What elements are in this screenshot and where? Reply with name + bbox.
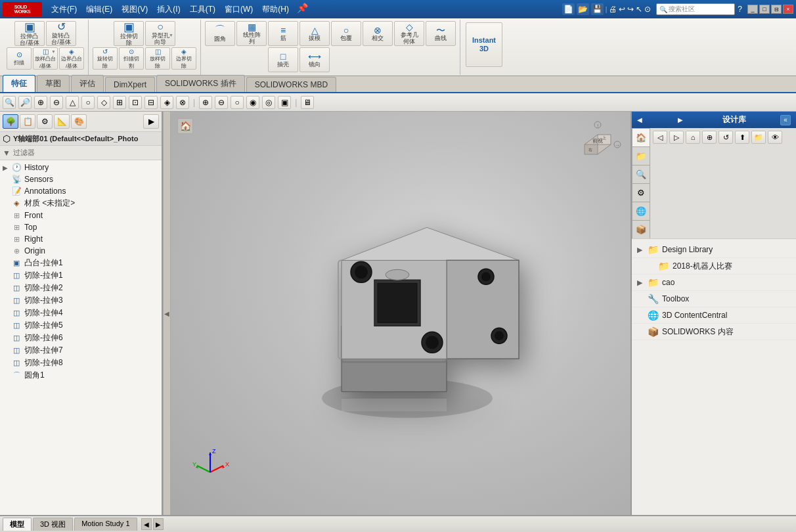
tree-item-top[interactable]: ⊞ Top	[0, 221, 162, 233]
view-icon-19[interactable]: 🖥	[301, 96, 314, 109]
pin-icon[interactable]: 📌	[297, 3, 308, 16]
menu-view[interactable]: 视图(V)	[118, 3, 152, 16]
fillet-button[interactable]: ⌒ 圆角	[205, 21, 235, 46]
rt-btn-folder[interactable]: 📁	[751, 131, 766, 144]
tree-item-cut6[interactable]: ◫ 切除-拉伸6	[0, 332, 162, 344]
view-home-button[interactable]: 🏠	[177, 118, 193, 134]
config-manager-btn[interactable]: ⚙	[37, 114, 53, 129]
tree-item-sensors[interactable]: 📡 Sensors	[0, 173, 162, 185]
tab-scroll-right[interactable]: ▶	[153, 518, 164, 530]
tree-item-fillet1[interactable]: ⌒ 圆角1	[0, 369, 162, 382]
library-tab-main[interactable]: 🏠	[632, 128, 650, 146]
search-input-label[interactable]: 搜索社区	[669, 5, 695, 14]
view-icon-9[interactable]: ⊡	[129, 96, 142, 109]
view-icon-13[interactable]: ⊕	[199, 96, 212, 109]
open-file-icon[interactable]: 📂	[577, 3, 589, 15]
save-file-icon[interactable]: 💾	[591, 3, 604, 15]
boundary-boss-button[interactable]: ◈ 边界凸台/基体	[59, 47, 84, 70]
tab-sw-addins[interactable]: SOLIDWORKS 插件	[156, 75, 245, 92]
expand-cao-btn[interactable]: ▶	[637, 278, 646, 287]
tree-item-front[interactable]: ⊞ Front	[0, 210, 162, 221]
view-icon-17[interactable]: ◎	[262, 96, 275, 109]
curves-button[interactable]: 〜 曲线	[426, 21, 456, 46]
tree-item-annotations[interactable]: 📝 Annotations	[0, 185, 162, 197]
loft-cut-button[interactable]: ◫ 放样切除	[145, 47, 170, 70]
panel-collapse-handle[interactable]: ◀	[163, 112, 171, 515]
view-icon-5[interactable]: △	[66, 96, 79, 109]
view-icon-8[interactable]: ⊞	[113, 96, 126, 109]
lib-item-sw-content[interactable]: 📦 SOLIDWORKS 内容	[632, 324, 796, 340]
lib-item-design-library[interactable]: ▶ 📁 Design Library	[632, 242, 796, 258]
view-icon-11[interactable]: ◈	[160, 96, 173, 109]
view-icon-15[interactable]: ○	[231, 96, 244, 109]
tree-item-history[interactable]: ▶ 🕐 History	[0, 162, 162, 173]
display-manager-btn[interactable]: 🎨	[71, 114, 87, 129]
lib-item-3d-central[interactable]: 🌐 3D ContentCentral	[632, 307, 796, 324]
nav-back-btn[interactable]: ◀	[637, 116, 642, 123]
new-file-icon[interactable]: 📄	[562, 3, 575, 15]
view-icon-12[interactable]: ⊗	[176, 96, 189, 109]
hole-wizard-button[interactable]: ○ 异型孔向导 ▼	[145, 21, 175, 46]
library-tab-search[interactable]: 🔍	[632, 165, 650, 183]
tree-item-right[interactable]: ⊞ Right	[0, 233, 162, 245]
tab-3d-view[interactable]: 3D 视图	[33, 518, 73, 531]
close-button[interactable]: ×	[783, 5, 793, 14]
view-icon-2[interactable]: 🔎	[18, 96, 32, 109]
linear-pattern-button[interactable]: ▦ 线性阵列	[236, 21, 267, 46]
tree-item-cut7[interactable]: ◫ 切除-拉伸7	[0, 344, 162, 357]
dim-xpert-btn[interactable]: 📐	[54, 114, 70, 129]
expand-history-arrow[interactable]: ▶	[3, 164, 11, 171]
tree-item-cut8[interactable]: ◫ 切除-拉伸8	[0, 357, 162, 369]
tab-dimxpert[interactable]: DimXpert	[105, 77, 155, 92]
tree-item-cut5[interactable]: ◫ 切除-拉伸5	[0, 319, 162, 332]
circle-icon[interactable]: ⊙	[644, 5, 651, 14]
menu-file[interactable]: 文件(F)	[47, 3, 81, 16]
view-icon-16[interactable]: ◉	[246, 96, 259, 109]
lib-item-cao[interactable]: ▶ 📁 cao	[632, 275, 796, 291]
tab-model[interactable]: 模型	[3, 518, 32, 531]
rt-btn-refresh[interactable]: ↺	[719, 131, 733, 144]
instant3d-button[interactable]: Instant3D	[466, 22, 502, 67]
view-icon-3[interactable]: ⊕	[34, 96, 47, 109]
nav-forward-btn[interactable]: ▶	[678, 116, 683, 123]
sweep-boss-button[interactable]: ⊙ 扫描	[7, 47, 32, 70]
tab-sw-mbd[interactable]: SOLIDWORKS MBD	[246, 77, 336, 92]
undo-icon[interactable]: ↩	[619, 5, 625, 14]
extrude-boss-button[interactable]: ▣ 拉伸凸台/基体	[14, 21, 45, 46]
view-icon-7[interactable]: ◇	[97, 96, 110, 109]
menu-insert[interactable]: 插入(I)	[153, 3, 184, 16]
tree-item-cut2[interactable]: ◫ 切除-拉伸2	[0, 282, 162, 294]
view-icon-4[interactable]: ⊖	[50, 96, 63, 109]
minimize-button[interactable]: _	[747, 5, 758, 14]
library-tab-globe[interactable]: 🌐	[632, 202, 650, 220]
loft-boss-button[interactable]: ◫ 放样凸台/基体 ▼	[33, 47, 58, 70]
select-icon[interactable]: ↖	[636, 5, 642, 14]
menu-window[interactable]: 窗口(W)	[221, 3, 257, 16]
view-icon-18[interactable]: ▣	[278, 96, 291, 109]
tab-features[interactable]: 特征	[3, 75, 35, 92]
revolve-boss-button[interactable]: ↺ 旋转凸台/基体	[46, 21, 76, 46]
tree-item-origin[interactable]: ⊕ Origin	[0, 245, 162, 257]
tree-item-cut3[interactable]: ◫ 切除-拉伸3	[0, 294, 162, 307]
menu-help[interactable]: 帮助(H)	[258, 3, 293, 16]
ref-geometry-button[interactable]: ◇ 参考几何体	[394, 21, 424, 46]
revolve-cut-button[interactable]: ↺ 旋转切除	[93, 47, 118, 70]
library-tab-settings[interactable]: ⚙	[632, 183, 650, 202]
tree-item-boss1[interactable]: ▣ 凸台-拉伸1	[0, 257, 162, 269]
view-icon-1[interactable]: 🔍	[3, 96, 16, 109]
view-icon-10[interactable]: ⊟	[144, 96, 158, 109]
mirror-button[interactable]: ⟷ 镜向	[299, 47, 330, 72]
menu-edit[interactable]: 编辑(E)	[82, 3, 116, 16]
view-icon-14[interactable]: ⊖	[215, 96, 228, 109]
tab-scroll-left[interactable]: ◀	[141, 518, 152, 530]
tab-motion-study[interactable]: Motion Study 1	[74, 518, 137, 531]
boundary-cut-button[interactable]: ◈ 边界切除	[171, 47, 196, 70]
rib-button[interactable]: ≡ 筋	[268, 21, 298, 46]
lib-item-robot[interactable]: 📁 2018-机器人比赛	[632, 258, 796, 275]
navigation-cube[interactable]: 前视 上 右 ↑ →	[571, 118, 624, 171]
panel-expand-btn[interactable]: «	[780, 115, 791, 125]
tab-evaluate[interactable]: 评估	[71, 75, 104, 92]
view-icon-6[interactable]: ○	[81, 96, 95, 109]
feature-manager-btn[interactable]: 🌳	[3, 114, 18, 129]
rt-btn-home[interactable]: ⌂	[686, 131, 700, 144]
